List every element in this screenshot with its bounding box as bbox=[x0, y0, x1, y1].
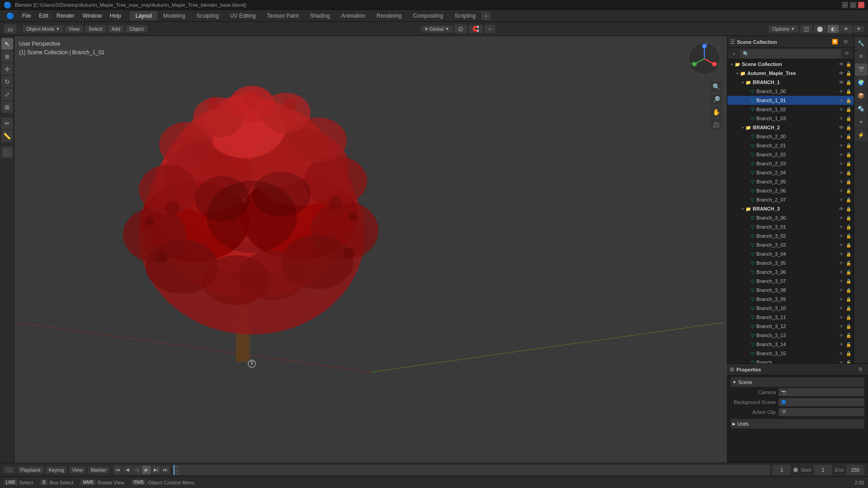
outliner-item-b3_12[interactable]: ▽ Branch_3_12 👁 🔒 bbox=[727, 322, 854, 331]
units-section-header[interactable]: ▶ Units bbox=[731, 419, 864, 429]
minimize-button[interactable]: — bbox=[842, 2, 848, 8]
end-frame-input[interactable]: 250 bbox=[846, 465, 864, 475]
props-particles-btn[interactable]: ✦ bbox=[855, 116, 868, 128]
item-hide-b3_11[interactable]: 🔒 bbox=[845, 314, 852, 320]
tab-compositing[interactable]: Compositing bbox=[407, 11, 448, 20]
props-tool-btn[interactable]: 🔧 bbox=[855, 37, 868, 50]
item-hide-b2_04[interactable]: 🔒 bbox=[845, 169, 852, 176]
annotate-tool[interactable]: ✏ bbox=[1, 117, 13, 129]
rotate-tool[interactable]: ↻ bbox=[1, 76, 13, 88]
outliner-item-b3_14[interactable]: ▽ Branch_3_14 👁 🔒 bbox=[727, 340, 854, 349]
menu-render[interactable]: Render bbox=[53, 12, 78, 20]
item-hide-b3_09[interactable]: 🔒 bbox=[845, 296, 852, 302]
item-hide-b3_12[interactable]: 🔒 bbox=[845, 323, 852, 329]
editor-type-button[interactable]: ⚏ bbox=[4, 24, 17, 33]
item-restrict-b1_00[interactable]: 👁 bbox=[838, 88, 844, 94]
move-tool[interactable]: ✛ bbox=[1, 63, 13, 75]
item-hide-b3_14[interactable]: 🔒 bbox=[845, 341, 852, 347]
timeline-type-btn[interactable]: ⬚ bbox=[4, 466, 15, 473]
expand-icon-branch3[interactable]: ▼ bbox=[740, 206, 745, 211]
current-frame-input[interactable]: 1 bbox=[773, 465, 791, 475]
solid-mode[interactable]: ⬤ bbox=[813, 25, 826, 33]
keying-label[interactable]: Keying bbox=[46, 466, 67, 474]
item-restrict-b3_08[interactable]: 👁 bbox=[838, 287, 844, 293]
item-restrict-b3_12[interactable]: 👁 bbox=[838, 323, 844, 329]
props-world-btn[interactable]: 🌍 bbox=[855, 76, 868, 89]
outliner-item-scene_col[interactable]: ▼ 📁 Scene Collection 👁 🔒 bbox=[727, 60, 854, 69]
outliner-item-b3_01[interactable]: ▽ Branch_3_01 👁 🔒 bbox=[727, 222, 854, 231]
item-restrict-b3_14[interactable]: 👁 bbox=[838, 341, 844, 347]
outliner-item-b2_00[interactable]: ▽ Branch_2_00 👁 🔒 bbox=[727, 132, 854, 141]
item-restrict-b3_05[interactable]: 👁 bbox=[838, 260, 844, 266]
menu-edit[interactable]: Edit bbox=[35, 12, 52, 20]
select-menu[interactable]: Select bbox=[85, 25, 106, 33]
item-restrict-b3_02[interactable]: 👁 bbox=[838, 233, 844, 239]
proportional-edit[interactable]: ○ bbox=[485, 25, 495, 33]
item-hide-b1_03[interactable]: 🔒 bbox=[845, 115, 852, 122]
item-hide-b2_02[interactable]: 🔒 bbox=[845, 151, 852, 158]
outliner-item-b3_11[interactable]: ▽ Branch_3_11 👁 🔒 bbox=[727, 313, 854, 322]
select-tool[interactable]: ↖ bbox=[1, 38, 13, 50]
outliner-item-b3_08[interactable]: ▽ Branch_3_08 👁 🔒 bbox=[727, 286, 854, 295]
item-hide-b3_02[interactable]: 🔒 bbox=[845, 233, 852, 239]
item-hide-b1_00[interactable]: 🔒 bbox=[845, 88, 852, 94]
outliner-item-b3_06[interactable]: ▽ Branch_3_06 👁 🔒 bbox=[727, 267, 854, 277]
item-hide-branch2[interactable]: 🔒 bbox=[845, 124, 852, 131]
outliner-item-b2_07[interactable]: ▽ Branch_2_07 👁 🔒 bbox=[727, 195, 854, 204]
item-hide-b2_06[interactable]: 🔒 bbox=[845, 188, 852, 194]
menu-window[interactable]: Window bbox=[79, 12, 105, 20]
viewport[interactable]: User Perspective (1) Scene Collection | … bbox=[14, 36, 727, 463]
snap-toggle[interactable]: 🧲 bbox=[469, 25, 483, 33]
item-restrict-branch3[interactable]: 👁 bbox=[838, 206, 844, 212]
item-hide-b1_02[interactable]: 🔒 bbox=[845, 106, 852, 113]
cursor-tool[interactable]: ⊕ bbox=[1, 51, 13, 62]
item-restrict-b2_05[interactable]: 👁 bbox=[838, 178, 844, 185]
material-preview[interactable]: ◐ bbox=[827, 25, 839, 33]
item-hide-scene_col[interactable]: 🔒 bbox=[845, 61, 852, 67]
tab-scripting[interactable]: Scripting bbox=[449, 11, 481, 20]
item-hide-b2_05[interactable]: 🔒 bbox=[845, 178, 852, 185]
pan-view-button[interactable]: ✋ bbox=[711, 107, 722, 117]
options-button[interactable]: Options ▼ bbox=[769, 25, 798, 33]
outliner-item-b1_03[interactable]: ▽ Branch_1_03 👁 🔒 bbox=[727, 114, 854, 123]
object-menu[interactable]: Object bbox=[126, 25, 147, 33]
tab-shading[interactable]: Shading bbox=[305, 11, 335, 20]
item-restrict-b1_01[interactable]: 👁 bbox=[838, 97, 844, 103]
maximize-button[interactable]: □ bbox=[850, 2, 856, 8]
tab-sculpting[interactable]: Sculpting bbox=[191, 11, 224, 20]
outliner-item-b2_03[interactable]: ▽ Branch_2_03 👁 🔒 bbox=[727, 159, 854, 168]
outliner-item-b2_02[interactable]: ▽ Branch_2_02 👁 🔒 bbox=[727, 150, 854, 159]
outliner-item-branch[interactable]: ▽ Branch 👁 🔒 bbox=[727, 358, 854, 363]
item-restrict-branch[interactable]: 👁 bbox=[838, 359, 844, 363]
expand-icon-autumn[interactable]: ▼ bbox=[735, 70, 740, 76]
outliner-search-input[interactable] bbox=[740, 49, 841, 58]
props-settings-btn[interactable]: ⚙ bbox=[855, 365, 865, 375]
item-hide-autumn[interactable]: 🔒 bbox=[845, 70, 852, 76]
outliner-item-b1_01[interactable]: ▽ Branch_1_01 👁 🔒 bbox=[727, 96, 854, 105]
item-restrict-b2_07[interactable]: 👁 bbox=[838, 197, 844, 203]
item-restrict-b3_03[interactable]: 👁 bbox=[838, 242, 844, 248]
item-hide-b2_01[interactable]: 🔒 bbox=[845, 142, 852, 149]
item-hide-b2_07[interactable]: 🔒 bbox=[845, 197, 852, 203]
item-hide-b3_13[interactable]: 🔒 bbox=[845, 332, 852, 338]
add-cube-tool[interactable]: ⬛ bbox=[1, 146, 13, 158]
outliner-item-b2_04[interactable]: ▽ Branch_2_04 👁 🔒 bbox=[727, 168, 854, 177]
outliner-item-b3_00[interactable]: ▽ Branch_3_00 👁 🔒 bbox=[727, 213, 854, 222]
props-view-btn[interactable]: 👁 bbox=[855, 50, 868, 63]
item-restrict-branch1[interactable]: 👁 bbox=[838, 79, 844, 85]
menu-help[interactable]: Help bbox=[106, 12, 125, 20]
item-hide-b3_07[interactable]: 🔒 bbox=[845, 278, 852, 284]
props-modifiers-btn[interactable]: 🔩 bbox=[855, 103, 868, 115]
tab-animation[interactable]: Animation bbox=[336, 11, 371, 20]
jump-end-button[interactable]: ⏭ bbox=[161, 465, 170, 474]
item-restrict-b2_00[interactable]: 👁 bbox=[838, 133, 844, 140]
view-menu-timeline[interactable]: View bbox=[69, 466, 85, 474]
tab-modeling[interactable]: Modeling bbox=[158, 11, 191, 20]
outliner-item-branch3[interactable]: ▼ 📁 BRANCH_3 👁 🔒 bbox=[727, 204, 854, 213]
item-hide-b3_01[interactable]: 🔒 bbox=[845, 224, 852, 230]
tab-rendering[interactable]: Rendering bbox=[371, 11, 407, 20]
outliner-item-b3_05[interactable]: ▽ Branch_3_05 👁 🔒 bbox=[727, 258, 854, 267]
item-restrict-b1_02[interactable]: 👁 bbox=[838, 106, 844, 113]
outliner-item-b3_13[interactable]: ▽ Branch_3_13 👁 🔒 bbox=[727, 331, 854, 340]
menu-blender[interactable]: 🔵 bbox=[3, 11, 18, 20]
